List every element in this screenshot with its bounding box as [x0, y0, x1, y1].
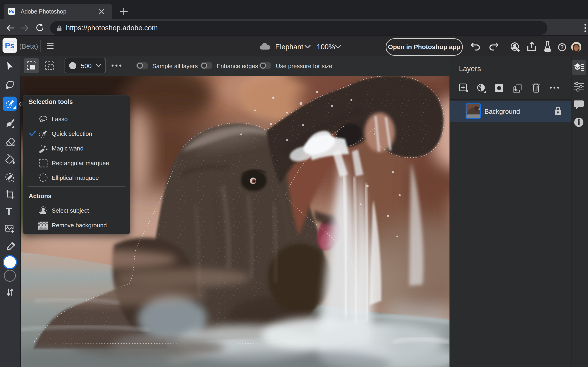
svg-text:Ps: Ps — [5, 41, 15, 50]
svg-text:?: ? — [561, 44, 564, 50]
